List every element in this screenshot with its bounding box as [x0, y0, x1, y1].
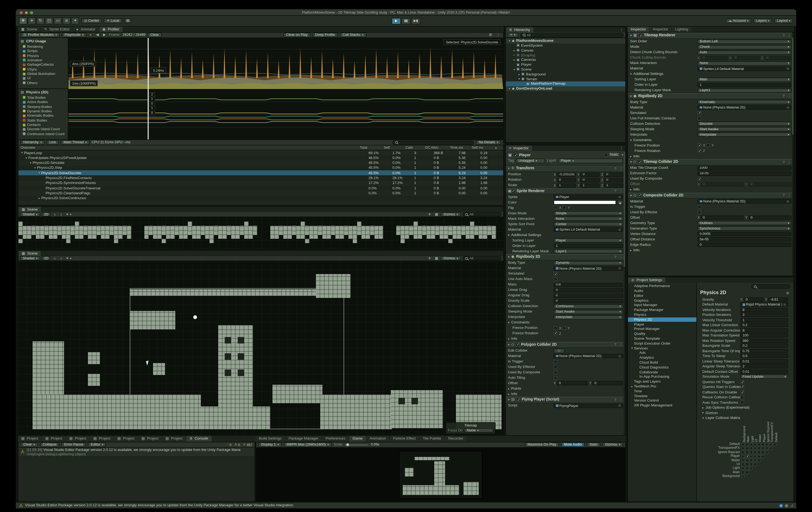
component-enabled-checkbox[interactable] — [639, 34, 642, 38]
sprite-object-field[interactable]: Player⊙ — [554, 195, 623, 199]
tab-sprite-editor[interactable]: ✎Sprite Editor — [41, 27, 73, 32]
details-view-dropdown[interactable]: Hierarchy▾ — [21, 140, 45, 145]
matrix-checkbox[interactable] — [746, 471, 749, 474]
console-clear-dropdown[interactable]: Clear▾ — [21, 442, 38, 447]
object-picker-icon[interactable]: ⊙ — [783, 303, 786, 307]
body-type-dropdown[interactable]: Kinematic▾ — [697, 100, 791, 104]
rotate-tool-button[interactable]: ↻ — [36, 18, 45, 24]
legend-item-sleeping-bodies[interactable]: Sleeping Bodies — [19, 104, 68, 109]
profiler-chart-canvas[interactable]: Selected: Physics2D.SolveDiscrete 4ms (2… — [68, 38, 503, 140]
foldout-arrow-icon[interactable]: ▸ — [517, 72, 521, 76]
collision-detection-dropdown[interactable]: Discrete▾ — [697, 122, 791, 126]
matrix-checkbox[interactable] — [761, 451, 765, 454]
matrix-checkbox[interactable] — [757, 458, 761, 462]
foldout-arrow-icon[interactable]: ▾ — [508, 87, 511, 91]
velocity-threshold-field[interactable]: 1 — [741, 318, 788, 322]
matrix-checkbox[interactable] — [749, 462, 753, 466]
matrix-checkbox[interactable] — [757, 454, 761, 458]
profiler-row[interactable]: Physics2D.FindNewContacts28.1%28.1%10 B3… — [19, 176, 503, 181]
profiler-row[interactable]: Physics2D.SynchronizeFixtures17.2%17.2%1… — [19, 181, 503, 186]
is-trigger-checkbox[interactable] — [554, 360, 557, 363]
hierarchy-item-player[interactable]: ▣Player — [506, 62, 625, 67]
matrix-checkbox[interactable] — [757, 443, 761, 446]
interpolate-dropdown[interactable]: Interpolate▾ — [554, 315, 623, 319]
matrix-checkbox[interactable] — [765, 443, 768, 446]
play-button[interactable]: ▶ — [392, 18, 401, 24]
foldout-arrow-icon[interactable]: ▾ — [630, 347, 634, 350]
legend-item-others[interactable]: Others — [19, 81, 68, 85]
axis-field[interactable]: 0 — [592, 381, 623, 385]
foldout-info[interactable]: ▸Info — [628, 154, 793, 159]
settings-nav-collaborate[interactable]: Collaborate — [628, 370, 696, 375]
component-menu-icon[interactable]: ⋮ — [618, 167, 623, 171]
simulated-checkbox[interactable] — [697, 111, 701, 115]
matrix-checkbox[interactable] — [753, 451, 757, 454]
legend-color-swatch[interactable] — [23, 68, 26, 70]
legend-item-continuous-island-count[interactable]: Continuous Island Count — [19, 131, 68, 136]
foldout-arrow-icon[interactable]: ▾ — [29, 161, 33, 165]
matrix-checkbox[interactable] — [757, 447, 761, 450]
scene-tools-icon[interactable]: ✛ — [427, 256, 432, 261]
tab-package-manager[interactable]: Package Manager — [285, 436, 322, 442]
default-contact-offset-field[interactable]: 0.01 — [741, 369, 788, 374]
foldout-job-options-experimental[interactable]: ▸Job Options (Experimental) — [700, 405, 790, 410]
matrix-checkbox[interactable] — [753, 458, 757, 462]
foldout-additional-settings[interactable]: ▾Additional Settings — [628, 71, 793, 77]
component-menu-icon[interactable]: ⋮ — [618, 255, 623, 260]
auto-sync-transforms-checkbox[interactable] — [741, 401, 744, 404]
profiler-row[interactable]: ▾PlayerLoop69.1%1.7%3368 B7.960.19 — [19, 150, 503, 155]
settings-gear-icon[interactable]: ⊛ — [785, 291, 790, 295]
sort-arrow-icon[interactable]: ▲ — [494, 146, 503, 150]
legend-color-swatch[interactable] — [23, 82, 26, 84]
material-object-field[interactable]: None (Physics Material 2D)⊙ — [697, 199, 791, 204]
foldout-arrow-icon[interactable]: ▾ — [24, 156, 28, 160]
axis-field[interactable]: 1 — [604, 183, 623, 187]
inspector-scrollbar[interactable] — [792, 33, 793, 276]
angular-drag-field[interactable]: 0 — [554, 293, 623, 298]
used-by-composite-checkbox[interactable] — [697, 177, 701, 181]
rendering-layer-mask-dropdown[interactable]: Layer1▾ — [554, 249, 623, 253]
hierarchy-item-terrain[interactable]: ▾▣Terrain — [506, 77, 625, 82]
component-header-tilemap-collider-2d[interactable]: ▾◇Tilemap Collider 2D?⋮ — [628, 159, 793, 165]
call-stacks-dropdown[interactable]: Call Stacks▾ — [340, 33, 366, 37]
is-trigger-checkbox[interactable] — [697, 205, 701, 209]
legend-color-swatch[interactable] — [23, 59, 26, 62]
sort-order-dropdown[interactable]: Bottom Left▾ — [697, 39, 791, 44]
foldout-arrow-icon[interactable]: ▾ — [508, 39, 511, 43]
matrix-checkbox[interactable] — [742, 458, 745, 462]
column-header-time-ms[interactable]: Time ms — [450, 145, 472, 150]
gameobject-active-checkbox[interactable] — [514, 153, 517, 157]
tab-build-settings[interactable]: Build Settings — [256, 436, 285, 442]
auto-tiling-checkbox[interactable] — [554, 376, 557, 380]
2d-toggle[interactable]: 2D — [42, 257, 51, 261]
layers-dropdown[interactable]: Layers▾ — [753, 19, 772, 23]
tab-project[interactable]: ▨Project — [114, 436, 138, 442]
settings-nav-preset-manager[interactable]: Preset Manager — [628, 327, 696, 332]
max-linear-correction-field[interactable]: 0.2 — [741, 323, 788, 328]
component-enabled-checkbox[interactable] — [516, 343, 519, 347]
object-picker-icon[interactable]: ⊙ — [787, 200, 789, 203]
scene-audio-toggle-icon[interactable]: ♪ — [59, 212, 63, 216]
legend-color-swatch[interactable] — [23, 114, 26, 117]
minimize-window-button[interactable] — [25, 11, 28, 14]
flag-checkbox[interactable] — [697, 149, 701, 153]
settings-nav-cloud-diagnostics[interactable]: Cloud Diagnostics — [628, 365, 696, 370]
foldout-arrow-icon[interactable]: ▾ — [508, 398, 510, 402]
project-settings-search-input[interactable] — [751, 284, 790, 289]
axis-field[interactable]: 0 — [764, 56, 791, 60]
clear-on-play-button[interactable]: Clear on Play — [283, 33, 310, 37]
axis-field[interactable]: -9.81 — [768, 297, 788, 302]
legend-item-ui[interactable]: UI — [19, 76, 68, 81]
axis-field[interactable]: 0 — [580, 178, 600, 182]
column-header-calls[interactable]: Calls — [405, 145, 425, 150]
component-header-composite-collider-2d[interactable]: ▾◇Composite Collider 2D?⋮ — [628, 192, 793, 199]
component-menu-icon[interactable]: ⋮ — [618, 189, 623, 193]
console-editor-dropdown[interactable]: Editor▾ — [88, 442, 106, 447]
column-header-overview[interactable]: Overview — [19, 145, 360, 150]
collision-detection-dropdown[interactable]: Continuous▾ — [554, 304, 623, 308]
legend-color-swatch[interactable] — [23, 96, 26, 99]
console-log-entry[interactable]: ⚠[11:55:35] Visual Studio Editor Package… — [19, 448, 255, 457]
legend-item-animation[interactable]: Animation — [19, 58, 68, 62]
legend-item-garbagecollector[interactable]: GarbageCollector — [19, 62, 68, 67]
legend-item-active-bodies[interactable]: Active Bodies — [19, 100, 68, 104]
